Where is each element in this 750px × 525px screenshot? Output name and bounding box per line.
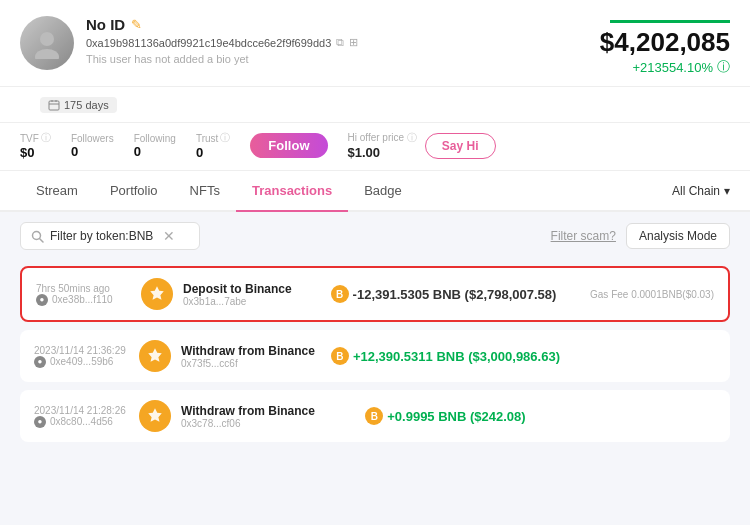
stat-followers: Followers 0 <box>71 133 114 159</box>
svg-marker-8 <box>150 286 164 300</box>
edit-icon[interactable]: ✎ <box>131 17 142 32</box>
hi-offer-value: $1.00 <box>348 145 417 160</box>
tx-time-addr-1: 7hrs 50mins ago ● 0xe38b...f110 <box>36 283 131 306</box>
binance-icon-1 <box>148 285 166 303</box>
analysis-mode-button[interactable]: Analysis Mode <box>626 223 730 249</box>
trust-label: Trust ⓘ <box>196 131 230 145</box>
trust-value: 0 <box>196 145 203 160</box>
filter-clear-button[interactable]: ✕ <box>163 228 175 244</box>
portfolio-change: +213554.10% <box>632 60 713 75</box>
profile-left: No ID ✎ 0xa19b981136a0df9921c19e4bdcce6e… <box>20 16 358 70</box>
bnb-coin-icon-1: B <box>331 285 349 303</box>
tx-gas-1: Gas Fee 0.0001BNB($0.03) <box>574 289 714 300</box>
tx-time-addr-3: 2023/11/14 21:28:26 ● 0x8c80...4d56 <box>34 405 129 428</box>
tx-amount-section-1: B -12,391.5305 BNB ($2,798,007.58) <box>323 285 564 303</box>
profile-name: No ID <box>86 16 125 33</box>
binance-icon-2 <box>146 347 164 365</box>
following-label: Following <box>134 133 176 144</box>
tx-icon-1 <box>141 278 173 310</box>
transaction-item-2: 2023/11/14 21:36:29 ● 0xe409...59b6 With… <box>20 330 730 382</box>
tx-amount-section-3: B +0.9995 BNB ($242.08) <box>325 407 566 425</box>
search-icon <box>31 230 44 243</box>
avatar <box>20 16 74 70</box>
transaction-item-1: 7hrs 50mins ago ● 0xe38b...f110 Deposit … <box>20 266 730 322</box>
profile-bio: This user has not added a bio yet <box>86 53 358 65</box>
svg-marker-9 <box>148 348 162 362</box>
tx-time-3: 2023/11/14 21:28:26 <box>34 405 129 416</box>
tx-hash-3: 0x3c78...cf06 <box>181 418 315 429</box>
filter-input-text: Filter by token:BNB <box>50 229 153 243</box>
transactions-list: 7hrs 50mins ago ● 0xe38b...f110 Deposit … <box>0 260 750 442</box>
tx-time-1: 7hrs 50mins ago <box>36 283 131 294</box>
tab-badge[interactable]: Badge <box>348 171 418 212</box>
tvf-label: TVF ⓘ <box>20 131 51 145</box>
copy-icon[interactable]: ⧉ <box>336 36 344 49</box>
tx-details-2: Withdraw from Binance 0x73f5...cc6f <box>181 344 315 369</box>
tx-amount-3: +0.9995 BNB ($242.08) <box>387 409 525 424</box>
tvf-value: $0 <box>20 145 34 160</box>
filter-input-wrap[interactable]: Filter by token:BNB ✕ <box>20 222 200 250</box>
days-value: 175 days <box>64 99 109 111</box>
tx-icon-2 <box>139 340 171 372</box>
tab-transactions[interactable]: Transactions <box>236 171 348 212</box>
addr-dot-3: ● <box>34 416 46 428</box>
portfolio-change-row: +213554.10% ⓘ <box>600 58 730 76</box>
hi-info-icon: ⓘ <box>407 132 417 143</box>
followers-label: Followers <box>71 133 114 144</box>
tx-type-2: Withdraw from Binance <box>181 344 315 358</box>
follow-button[interactable]: Follow <box>250 133 327 158</box>
profile-info: No ID ✎ 0xa19b981136a0df9921c19e4bdcce6e… <box>86 16 358 65</box>
address-text: 0xa19b981136a0df9921c19e4bdcce6e2f9f699d… <box>86 37 331 49</box>
stat-trust: Trust ⓘ 0 <box>196 131 230 160</box>
tab-portfolio[interactable]: Portfolio <box>94 171 174 212</box>
tx-time-2: 2023/11/14 21:36:29 <box>34 345 129 356</box>
calendar-icon <box>48 99 60 111</box>
tx-hash-2: 0x73f5...cc6f <box>181 358 315 369</box>
svg-point-1 <box>35 49 59 59</box>
binance-icon-3 <box>146 407 164 425</box>
stats-row: TVF ⓘ $0 Followers 0 Following 0 Trust ⓘ… <box>0 123 750 171</box>
tx-amount-2: +12,390.5311 BNB ($3,000,986.63) <box>353 349 560 364</box>
tx-addr-2: ● 0xe409...59b6 <box>34 356 129 368</box>
filter-row: Filter by token:BNB ✕ Filter scam? Analy… <box>0 212 750 260</box>
filter-scam-link[interactable]: Filter scam? <box>551 229 616 243</box>
addr-dot-2: ● <box>34 356 46 368</box>
days-badge: 175 days <box>40 97 117 113</box>
tx-type-1: Deposit to Binance <box>183 282 313 296</box>
tx-addr-1: ● 0xe38b...f110 <box>36 294 131 306</box>
tx-icon-3 <box>139 400 171 432</box>
tx-hash-1: 0x3b1a...7abe <box>183 296 313 307</box>
green-bar <box>610 20 730 23</box>
tx-details-1: Deposit to Binance 0x3b1a...7abe <box>183 282 313 307</box>
profile-section: No ID ✎ 0xa19b981136a0df9921c19e4bdcce6e… <box>0 0 750 87</box>
chain-select[interactable]: All Chain ▾ <box>672 184 730 198</box>
svg-marker-10 <box>148 408 162 422</box>
tab-stream[interactable]: Stream <box>20 171 94 212</box>
tx-details-3: Withdraw from Binance 0x3c78...cf06 <box>181 404 315 429</box>
info-circle-icon: ⓘ <box>717 58 730 76</box>
addr-dot-1: ● <box>36 294 48 306</box>
tx-amount-section-2: B +12,390.5311 BNB ($3,000,986.63) <box>325 347 566 365</box>
hi-price-section: Hi offer price ⓘ $1.00 <box>348 131 417 160</box>
tvf-info-icon: ⓘ <box>41 131 51 145</box>
say-hi-button[interactable]: Say Hi <box>425 133 496 159</box>
stat-following: Following 0 <box>134 133 176 159</box>
chevron-down-icon: ▾ <box>724 184 730 198</box>
svg-rect-2 <box>49 101 59 110</box>
filter-right: Filter scam? Analysis Mode <box>551 223 730 249</box>
tabs-row: Stream Portfolio NFTs Transactions Badge… <box>0 171 750 212</box>
bnb-coin-icon-3: B <box>365 407 383 425</box>
tx-addr-3: ● 0x8c80...4d56 <box>34 416 129 428</box>
followers-value: 0 <box>71 144 78 159</box>
tx-time-addr-2: 2023/11/14 21:36:29 ● 0xe409...59b6 <box>34 345 129 368</box>
profile-name-row: No ID ✎ <box>86 16 358 33</box>
profile-right: $4,202,085 +213554.10% ⓘ <box>600 16 730 76</box>
svg-point-0 <box>40 32 54 46</box>
tab-nfts[interactable]: NFTs <box>174 171 236 212</box>
hi-offer-label: Hi offer price ⓘ <box>348 131 417 145</box>
tx-type-3: Withdraw from Binance <box>181 404 315 418</box>
profile-address: 0xa19b981136a0df9921c19e4bdcce6e2f9f699d… <box>86 36 358 49</box>
qr-icon[interactable]: ⊞ <box>349 36 358 49</box>
chain-label: All Chain <box>672 184 720 198</box>
bnb-coin-icon-2: B <box>331 347 349 365</box>
